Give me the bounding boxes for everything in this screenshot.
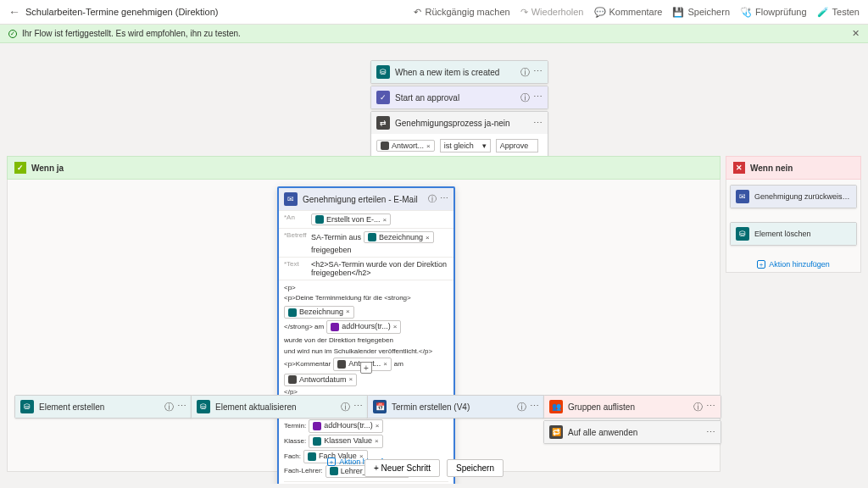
- create-event-node[interactable]: 📅Termin erstellen (V4)ⓘ⋯: [367, 395, 545, 419]
- save-flow-button[interactable]: Speichern: [447, 459, 504, 477]
- if-yes-header: ✓ Wenn ja: [7, 156, 721, 180]
- sharepoint-icon: ⛁: [736, 227, 749, 241]
- info-banner: ✓ Ihr Flow ist fertiggestellt. Es wird e…: [0, 25, 868, 43]
- flow-title: Schularbeiten-Termine genehmigen (Direkt…: [25, 7, 218, 17]
- more-icon[interactable]: ⋯: [440, 193, 448, 205]
- approval-node[interactable]: ✓ Start an approval ⓘ⋯: [370, 86, 548, 109]
- if-no-header: ✕ Wenn nein: [726, 156, 861, 180]
- add-action-button[interactable]: ＋Aktion hinzufügen: [757, 260, 830, 269]
- info-icon[interactable]: ⓘ: [520, 66, 530, 79]
- chevron-down-icon: ▾: [482, 141, 487, 150]
- new-step-button[interactable]: + Neuer Schritt: [364, 459, 440, 477]
- info-icon[interactable]: ⓘ: [520, 92, 530, 104]
- outlook-icon: ✉: [284, 192, 298, 206]
- save-icon: 💾: [672, 7, 684, 18]
- more-icon[interactable]: ⋯: [533, 66, 542, 79]
- check-icon: 🩺: [740, 7, 752, 18]
- success-icon: ✓: [8, 30, 17, 38]
- reject-email-node[interactable]: ✉Genehmigung zurückweisen - E-Mail: [730, 185, 857, 208]
- condition-operator[interactable]: ist gleich▾: [440, 139, 491, 152]
- redo-icon: ↷: [520, 7, 528, 18]
- trigger-node[interactable]: ⛁ When a new item is created ⓘ⋯: [370, 60, 548, 84]
- more-icon[interactable]: ⋯: [533, 92, 542, 104]
- close-icon: ✕: [733, 162, 745, 174]
- loop-icon: 🔁: [549, 425, 563, 439]
- to-token[interactable]: Erstellt von E-...×: [311, 214, 391, 225]
- save-button[interactable]: 💾Speichern: [672, 7, 730, 18]
- back-button[interactable]: ←: [8, 5, 20, 19]
- check-icon: ✓: [14, 162, 26, 174]
- test-button[interactable]: 🧪Testen: [817, 7, 860, 18]
- close-icon[interactable]: ✕: [852, 28, 860, 39]
- sharepoint-icon: ⛁: [376, 65, 390, 79]
- remove-token-icon[interactable]: ×: [426, 142, 431, 150]
- undo-button[interactable]: ↶Rückgängig machen: [414, 7, 509, 18]
- more-icon[interactable]: ⋯: [533, 118, 542, 129]
- apply-to-each-node[interactable]: 🔁Auf alle anwenden⋯: [543, 420, 721, 444]
- condition-right[interactable]: Approve: [496, 139, 538, 152]
- body-heading[interactable]: <h2>SA-Termin wurde von der Direktion fr…: [311, 260, 448, 277]
- update-item-node[interactable]: ⛁Element aktualisierenⓘ⋯: [191, 395, 369, 419]
- create-item-node[interactable]: ⛁Element erstellenⓘ⋯: [14, 395, 192, 419]
- insert-step-button[interactable]: +: [360, 362, 372, 374]
- delete-item-node[interactable]: ⛁Element löschen: [730, 222, 857, 246]
- list-groups-node[interactable]: 👥Gruppen auflistenⓘ⋯: [543, 395, 721, 419]
- send-email-action[interactable]: ✉ Genehmigung erteilen - E-Mail ⓘ⋯ *An E…: [277, 186, 455, 484]
- comment-icon: 💬: [594, 7, 606, 18]
- undo-icon: ↶: [414, 7, 421, 18]
- info-icon[interactable]: ⓘ: [428, 193, 437, 205]
- office365-icon: 👥: [549, 400, 563, 413]
- test-icon: 🧪: [817, 7, 829, 18]
- sharepoint-icon: ⛁: [197, 400, 210, 413]
- condition-icon: ⇄: [376, 116, 390, 130]
- flow-check-button[interactable]: 🩺Flowprüfung: [740, 7, 807, 18]
- sharepoint-icon: ⛁: [20, 400, 34, 413]
- outlook-icon: ✉: [736, 190, 749, 203]
- approval-icon: ✓: [376, 91, 390, 104]
- subject-field[interactable]: SA-Termin aus Bezeichnung× freigegeben: [311, 231, 448, 254]
- condition-left[interactable]: Antwort...×: [376, 140, 435, 152]
- redo-button: ↷Wiederholen: [520, 7, 584, 18]
- calendar-icon: 📅: [373, 400, 387, 413]
- comments-button[interactable]: 💬Kommentare: [594, 7, 663, 18]
